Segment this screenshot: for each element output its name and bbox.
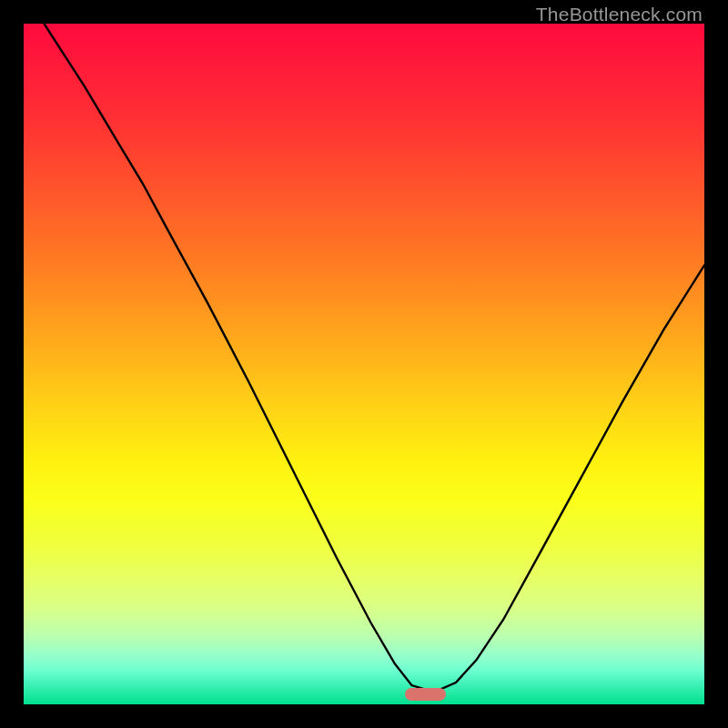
minimum-marker [405,688,446,701]
canvas: TheBottleneck.com [0,0,728,728]
plot-area [24,24,704,704]
bottleneck-curve [44,24,704,690]
curve-layer [24,24,704,704]
watermark-text: TheBottleneck.com [536,4,703,25]
